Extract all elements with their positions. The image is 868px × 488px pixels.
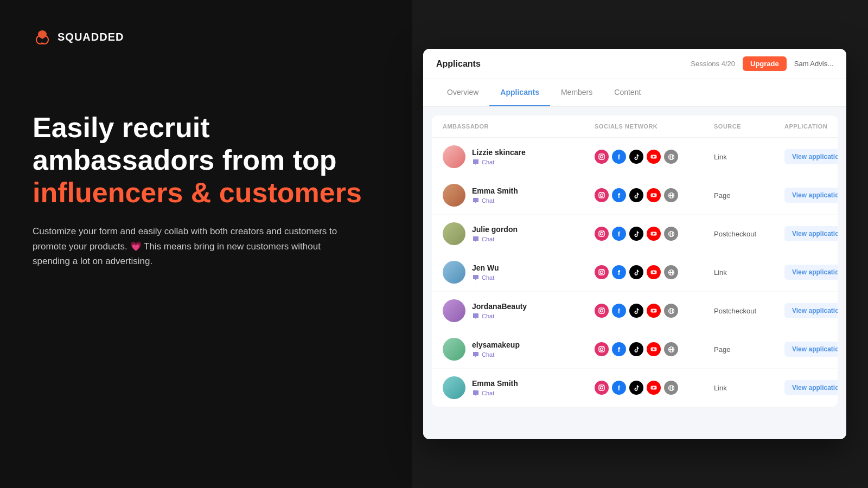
chat-badge[interactable]: Chat [472,235,518,243]
chat-icon [472,351,480,358]
ambassador-info: Emma Smith Chat [472,187,518,204]
application-cell: View application [784,265,838,280]
ambassador-cell: Jen Wu Chat [443,261,595,284]
tab-members[interactable]: Members [550,79,603,106]
view-application-button[interactable]: View application [784,188,838,203]
youtube-icon[interactable] [647,342,661,356]
hero-content: Easily recruit ambassadors from top infl… [33,112,380,268]
view-application-button[interactable]: View application [784,342,838,357]
avatar [443,145,465,168]
source-cell: Link [714,153,784,161]
web-icon[interactable] [664,381,678,395]
avatar [443,222,465,245]
application-cell: View application [784,303,838,318]
table-header: AMBASSADOR Socials Network Source Applic… [432,115,838,138]
svg-point-10 [603,193,604,194]
chat-icon [472,235,480,243]
youtube-icon[interactable] [647,188,661,202]
web-icon[interactable] [664,188,678,202]
ambassador-info: elysamakeup Chat [472,341,520,358]
table-row: elysamakeup Chat f PageView application [432,330,838,369]
chat-badge[interactable]: Chat [472,274,499,281]
col-socials: Socials Network [595,123,714,130]
chat-badge[interactable]: Chat [472,389,518,397]
socials-cell: f [595,265,714,279]
facebook-icon[interactable]: f [612,227,626,241]
instagram-icon[interactable] [595,304,609,318]
headline-accent: influencers & customers [33,177,362,208]
tiktok-icon[interactable] [629,227,643,241]
youtube-icon[interactable] [647,227,661,241]
socials-cell: f [595,150,714,164]
table-row: Lizzie skincare Chat f LinkView applicat… [432,138,838,176]
tab-overview[interactable]: Overview [436,79,489,106]
instagram-icon[interactable] [595,188,609,202]
youtube-icon[interactable] [647,265,661,279]
view-application-button[interactable]: View application [784,149,838,164]
source-cell: Link [714,268,784,277]
socials-cell: f [595,227,714,241]
tiktok-icon[interactable] [629,381,643,395]
chat-icon [472,389,480,397]
ambassador-info: Julie gordon Chat [472,225,518,243]
tab-applicants[interactable]: Applicants [489,79,550,106]
youtube-icon[interactable] [647,150,661,164]
application-cell: View application [784,380,838,395]
svg-point-42 [603,347,604,348]
facebook-icon[interactable]: f [612,150,626,164]
view-application-button[interactable]: View application [784,380,838,395]
tiktok-icon[interactable] [629,150,643,164]
ambassador-info: Lizzie skincare Chat [472,148,526,166]
source-cell: Postcheckout [714,230,784,238]
headline-line1: Easily recruit [33,112,210,143]
youtube-icon[interactable] [647,304,661,318]
web-icon[interactable] [664,150,678,164]
svg-point-2 [603,155,604,155]
facebook-icon[interactable]: f [612,342,626,356]
tiktok-icon[interactable] [629,265,643,279]
facebook-icon[interactable]: f [612,265,626,279]
chat-badge[interactable]: Chat [472,312,527,320]
chat-icon [472,158,480,166]
facebook-icon[interactable]: f [612,381,626,395]
app-window: Applicants Sessions 4/20 Upgrade Sam Adv… [423,49,846,439]
web-icon[interactable] [664,265,678,279]
ambassador-cell: Lizzie skincare Chat [443,145,595,168]
view-application-button[interactable]: View application [784,265,838,280]
col-source: Source [714,123,784,130]
right-panel: Applicants Sessions 4/20 Upgrade Sam Adv… [412,0,868,488]
chat-badge[interactable]: Chat [472,158,526,166]
tiktok-icon[interactable] [629,304,643,318]
source-cell: Page [714,191,784,200]
ambassador-name: elysamakeup [472,341,520,349]
tiktok-icon[interactable] [629,342,643,356]
avatar [443,338,465,361]
chat-badge[interactable]: Chat [472,351,520,358]
chat-badge[interactable]: Chat [472,197,518,204]
source-cell: Page [714,345,784,354]
left-panel: SQUADDED Easily recruit ambassadors from… [0,0,412,488]
view-application-button[interactable]: View application [784,226,838,241]
ambassador-info: Emma Smith Chat [472,379,518,397]
logo-icon [33,27,52,47]
upgrade-button[interactable]: Upgrade [743,56,787,71]
facebook-icon[interactable]: f [612,304,626,318]
instagram-icon[interactable] [595,381,609,395]
instagram-icon[interactable] [595,265,609,279]
table-card: AMBASSADOR Socials Network Source Applic… [432,115,838,407]
view-application-button[interactable]: View application [784,303,838,318]
socials-cell: f [595,304,714,318]
web-icon[interactable] [664,342,678,356]
web-icon[interactable] [664,304,678,318]
facebook-icon[interactable]: f [612,188,626,202]
tab-content[interactable]: Content [603,79,652,106]
instagram-icon[interactable] [595,150,609,164]
youtube-icon[interactable] [647,381,661,395]
instagram-icon[interactable] [595,342,609,356]
instagram-icon[interactable] [595,227,609,241]
chat-icon [472,274,480,281]
web-icon[interactable] [664,227,678,241]
ambassador-name: Emma Smith [472,379,518,388]
svg-point-25 [601,271,603,274]
tiktok-icon[interactable] [629,188,643,202]
